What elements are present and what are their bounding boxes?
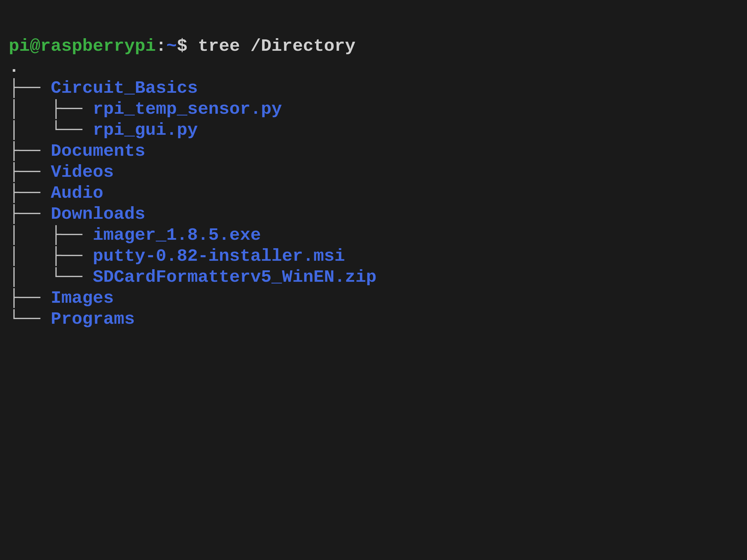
tree-row: │ ├── putty-0.82-installer.msi [9, 246, 345, 266]
tree-prefix: │ └── [9, 267, 93, 287]
tree-prefix: ├── [9, 162, 51, 182]
tree-entry-dir: Downloads [51, 204, 145, 224]
prompt-separator: : [156, 36, 166, 56]
tree-prefix: ├── [9, 204, 51, 224]
terminal-output: pi@raspberrypi:~$ tree /Directory . ├── … [9, 15, 738, 329]
tree-entry-file: rpi_temp_sensor.py [93, 99, 282, 119]
tree-prefix: │ ├── [9, 246, 93, 266]
tree-prefix: ├── [9, 78, 51, 98]
tree-row: │ └── SDCardFormatterv5_WinEN.zip [9, 267, 377, 287]
tree-prefix: │ └── [9, 120, 93, 140]
tree-prefix: │ ├── [9, 99, 93, 119]
tree-entry-dir: Documents [51, 141, 145, 161]
tree-row: │ ├── imager_1.8.5.exe [9, 225, 261, 245]
tree-prefix: ├── [9, 288, 51, 308]
prompt-dollar: $ [177, 36, 198, 56]
tree-entry-file: SDCardFormatterv5_WinEN.zip [93, 267, 377, 287]
prompt-user-host: pi@raspberrypi [9, 36, 156, 56]
tree-entry-dir: Circuit_Basics [51, 78, 198, 98]
tree-row: ├── Downloads [9, 204, 145, 224]
tree-row: │ └── rpi_gui.py [9, 120, 198, 140]
tree-prefix: └── [9, 309, 51, 329]
tree-entry-file: rpi_gui.py [93, 120, 198, 140]
tree-entry-dir: Audio [51, 183, 103, 203]
tree-row: ├── Audio [9, 183, 103, 203]
tree-prefix: ├── [9, 141, 51, 161]
tree-prefix: ├── [9, 183, 51, 203]
tree-row: ├── Circuit_Basics [9, 78, 198, 98]
tree-entry-file: imager_1.8.5.exe [93, 225, 261, 245]
tree-entry-dir: Images [51, 288, 114, 308]
tree-entry-dir: Programs [51, 309, 135, 329]
tree-root-dot: . [9, 57, 19, 77]
tree-entry-dir: Videos [51, 162, 114, 182]
tree-row: └── Programs [9, 309, 135, 329]
tree-row: │ ├── rpi_temp_sensor.py [9, 99, 282, 119]
tree-entry-file: putty-0.82-installer.msi [93, 246, 345, 266]
tree-row: ├── Images [9, 288, 114, 308]
tree-row: ├── Videos [9, 162, 114, 182]
prompt-line: pi@raspberrypi:~$ tree /Directory [9, 36, 355, 56]
tree-row: ├── Documents [9, 141, 145, 161]
prompt-path: ~ [166, 36, 177, 56]
command-text: tree /Directory [198, 36, 355, 56]
tree-prefix: │ ├── [9, 225, 93, 245]
